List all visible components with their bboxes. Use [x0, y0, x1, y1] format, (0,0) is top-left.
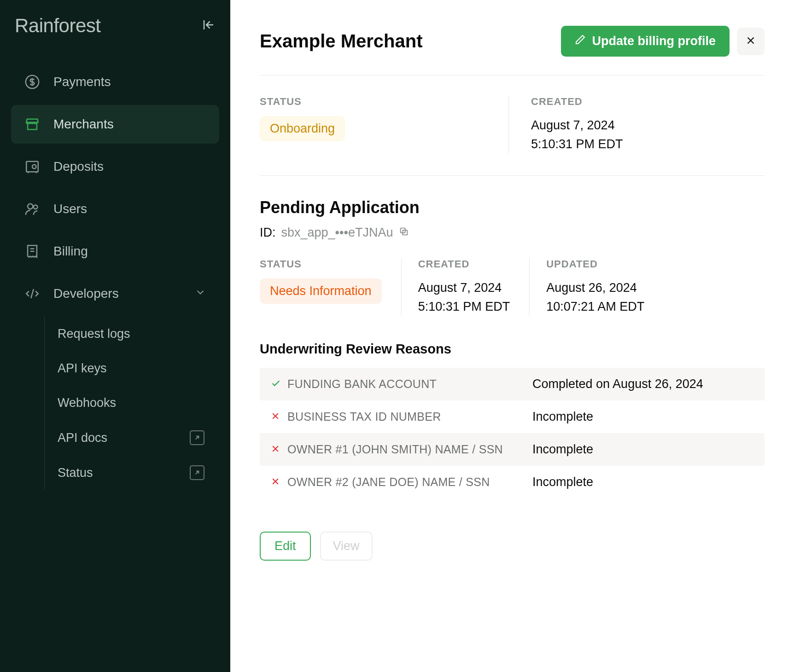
- section-divider: [260, 175, 765, 176]
- brand-logo: Rainforest: [15, 15, 100, 37]
- subnav-request-logs[interactable]: Request logs: [58, 317, 219, 351]
- sidebar-item-deposits[interactable]: Deposits: [11, 147, 219, 186]
- app-status-badge: Needs Information: [260, 278, 382, 304]
- developers-subnav: Request logs API keys Webhooks API docs …: [44, 317, 219, 490]
- application-id-row: ID: sbx_app_•••eTJNAu: [260, 226, 765, 240]
- app-created-block: CREATED August 7, 2024 5:10:31 PM EDT: [401, 258, 530, 316]
- app-created-time: 5:10:31 PM EDT: [418, 297, 510, 316]
- page-title: Example Merchant: [260, 31, 422, 52]
- page-header: Example Merchant Update billing profile: [260, 26, 765, 75]
- subnav-api-docs[interactable]: API docs: [58, 420, 219, 455]
- merchant-status-block: STATUS Onboarding: [260, 96, 508, 153]
- chevron-down-icon: [194, 286, 206, 301]
- receipt-icon: [24, 243, 41, 260]
- application-info-row: STATUS Needs Information CREATED August …: [260, 258, 765, 316]
- app-created-date: August 7, 2024: [418, 278, 510, 297]
- pending-application-title: Pending Application: [260, 198, 765, 217]
- table-row: FUNDING BANK ACCOUNT Completed on August…: [260, 368, 765, 400]
- review-reason: OWNER #1 (JOHN SMITH) NAME / SSN: [287, 443, 532, 456]
- application-id-value: sbx_app_•••eTJNAu: [281, 226, 393, 240]
- x-icon: [271, 477, 287, 488]
- created-date: August 7, 2024: [531, 116, 623, 135]
- edit-button[interactable]: Edit: [260, 532, 311, 561]
- sidebar: Rainforest Payments Merchants Deposits U…: [0, 0, 230, 672]
- subnav-status[interactable]: Status: [58, 455, 219, 490]
- copy-icon[interactable]: [399, 226, 409, 240]
- status-badge: Onboarding: [260, 116, 345, 141]
- table-row: OWNER #1 (JOHN SMITH) NAME / SSN Incompl…: [260, 433, 765, 466]
- subnav-label: Status: [58, 466, 93, 480]
- external-link-icon: [190, 430, 204, 445]
- review-reasons-title: Underwriting Review Reasons: [260, 342, 765, 357]
- subnav-label: Webhooks: [58, 396, 116, 410]
- sidebar-item-label: Developers: [53, 286, 119, 301]
- x-icon: [271, 444, 287, 455]
- view-button: View: [320, 532, 373, 561]
- review-reasons-table: FUNDING BANK ACCOUNT Completed on August…: [260, 368, 765, 498]
- sidebar-item-label: Deposits: [53, 159, 104, 174]
- app-updated-date: August 26, 2024: [546, 278, 644, 297]
- review-reason: BUSINESS TAX ID NUMBER: [287, 410, 532, 423]
- id-label: ID:: [260, 226, 276, 240]
- review-reason: FUNDING BANK ACCOUNT: [287, 377, 532, 391]
- app-updated-label: UPDATED: [546, 258, 644, 270]
- x-icon: [271, 411, 287, 423]
- app-status-block: STATUS Needs Information: [260, 258, 401, 316]
- collapse-sidebar-icon[interactable]: [202, 18, 216, 34]
- subnav-label: API docs: [58, 431, 107, 445]
- sidebar-item-label: Users: [53, 202, 87, 216]
- sidebar-item-developers[interactable]: Developers: [11, 274, 219, 313]
- sidebar-item-label: Billing: [53, 244, 88, 259]
- subnav-label: Request logs: [58, 327, 130, 341]
- external-link-icon: [190, 465, 204, 480]
- sidebar-item-label: Payments: [53, 75, 111, 89]
- app-status-label: STATUS: [260, 258, 382, 270]
- sidebar-item-merchants[interactable]: Merchants: [11, 105, 219, 144]
- review-status: Completed on August 26, 2024: [532, 377, 753, 391]
- review-status: Incomplete: [532, 442, 753, 457]
- close-button[interactable]: [737, 28, 765, 55]
- table-row: BUSINESS TAX ID NUMBER Incomplete: [260, 400, 765, 433]
- sidebar-item-label: Merchants: [53, 117, 114, 132]
- sidebar-item-users[interactable]: Users: [11, 190, 219, 228]
- action-row: Edit View: [260, 532, 765, 561]
- check-icon: [271, 378, 287, 390]
- update-billing-profile-button[interactable]: Update billing profile: [561, 26, 730, 57]
- store-icon: [24, 116, 41, 133]
- close-icon: [745, 35, 757, 48]
- status-label: STATUS: [260, 96, 467, 108]
- header-actions: Update billing profile: [561, 26, 765, 57]
- created-time: 5:10:31 PM EDT: [531, 135, 623, 154]
- table-row: OWNER #2 (JANE DOE) NAME / SSN Incomplet…: [260, 466, 765, 498]
- safe-icon: [24, 158, 41, 175]
- subnav-label: API keys: [58, 361, 107, 376]
- main-content: Example Merchant Update billing profile …: [230, 0, 794, 672]
- dollar-circle-icon: [24, 74, 41, 90]
- review-status: Incomplete: [532, 410, 753, 424]
- code-icon: [24, 285, 41, 302]
- svg-point-7: [28, 204, 33, 209]
- merchant-created-block: CREATED August 7, 2024 5:10:31 PM EDT: [508, 96, 665, 153]
- button-label: Update billing profile: [592, 34, 716, 48]
- review-reason: OWNER #2 (JANE DOE) NAME / SSN: [287, 475, 532, 489]
- subnav-api-keys[interactable]: API keys: [58, 351, 219, 386]
- subnav-webhooks[interactable]: Webhooks: [58, 386, 219, 420]
- app-created-label: CREATED: [418, 258, 510, 270]
- merchant-info-row: STATUS Onboarding CREATED August 7, 2024…: [260, 96, 765, 153]
- app-updated-time: 10:07:21 AM EDT: [546, 297, 644, 316]
- review-status: Incomplete: [532, 475, 753, 489]
- sidebar-item-billing[interactable]: Billing: [11, 232, 219, 271]
- svg-point-4: [32, 165, 36, 169]
- app-updated-block: UPDATED August 26, 2024 10:07:21 AM EDT: [529, 258, 664, 316]
- pencil-icon: [575, 34, 586, 48]
- created-label: CREATED: [531, 96, 623, 108]
- sidebar-item-payments[interactable]: Payments: [11, 63, 219, 101]
- svg-line-11: [31, 289, 34, 298]
- svg-point-8: [34, 205, 38, 209]
- users-icon: [24, 201, 41, 217]
- sidebar-header: Rainforest: [11, 15, 219, 37]
